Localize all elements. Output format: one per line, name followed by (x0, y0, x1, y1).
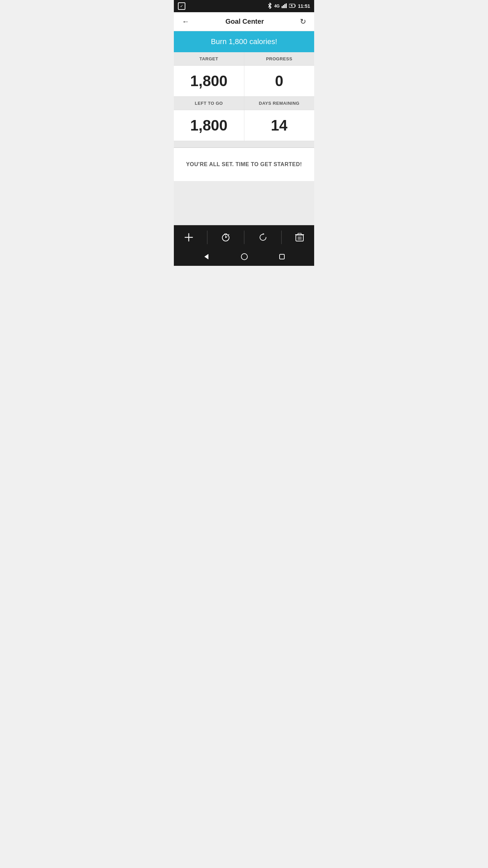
target-value: 1,800 (174, 66, 244, 96)
top-nav: ← Goal Center ↻ (174, 12, 314, 31)
system-nav (174, 249, 314, 266)
status-time: 11:51 (298, 3, 310, 9)
goal-banner-text: Burn 1,800 calories! (211, 37, 277, 46)
delete-button[interactable] (288, 229, 311, 245)
timer-button[interactable] (214, 229, 237, 245)
svg-point-20 (241, 254, 247, 260)
stats-label-row-2: LEFT TO GO DAYS REMAINING (174, 97, 314, 110)
reset-button[interactable] (251, 229, 274, 245)
left-to-go-label: LEFT TO GO (174, 97, 244, 110)
toolbar-divider-3 (281, 231, 282, 244)
stats-value-row-2: 1,800 14 (174, 110, 314, 141)
status-left (178, 2, 185, 10)
days-remaining-value: 14 (244, 110, 314, 141)
progress-value: 0 (244, 66, 314, 96)
svg-rect-0 (282, 6, 283, 8)
system-back-button[interactable] (198, 252, 215, 263)
back-button[interactable]: ← (179, 15, 192, 29)
toolbar-divider-2 (244, 231, 244, 244)
app-notification-icon (178, 2, 185, 10)
battery-icon (289, 3, 296, 9)
goal-banner: Burn 1,800 calories! (174, 31, 314, 52)
stats-bottom-spacer (174, 141, 314, 147)
svg-rect-15 (298, 233, 301, 235)
target-label: TARGET (174, 52, 244, 65)
progress-label: PROGRESS (244, 52, 314, 65)
svg-rect-3 (286, 3, 287, 8)
page-title: Goal Center (225, 18, 264, 25)
stats-value-row-1: 1,800 0 (174, 66, 314, 96)
system-home-button[interactable] (235, 252, 253, 263)
days-remaining-label: DAYS REMAINING (244, 97, 314, 110)
bluetooth-icon (267, 3, 272, 10)
motivational-text: YOU'RE ALL SET. TIME TO GET STARTED! (186, 161, 302, 167)
signal-icon (282, 3, 287, 9)
system-recent-button[interactable] (273, 252, 290, 263)
network-icon: 4G (274, 4, 280, 8)
gray-spacer (174, 181, 314, 225)
svg-marker-19 (204, 254, 208, 259)
refresh-button[interactable]: ↻ (297, 15, 309, 29)
svg-rect-1 (283, 5, 284, 8)
svg-line-12 (228, 234, 229, 235)
status-right: 4G 11:51 (267, 3, 310, 10)
bottom-toolbar (174, 225, 314, 249)
toolbar-divider-1 (207, 231, 207, 244)
svg-rect-21 (280, 254, 284, 259)
add-button[interactable] (177, 229, 200, 245)
left-to-go-value: 1,800 (174, 110, 244, 141)
svg-rect-2 (284, 4, 285, 8)
content-area: YOU'RE ALL SET. TIME TO GET STARTED! (174, 148, 314, 181)
stats-section: TARGET PROGRESS 1,800 0 LEFT TO GO DAYS … (174, 52, 314, 148)
svg-rect-5 (295, 5, 296, 7)
status-bar: 4G 11:51 (174, 0, 314, 12)
stats-label-row-1: TARGET PROGRESS (174, 52, 314, 65)
